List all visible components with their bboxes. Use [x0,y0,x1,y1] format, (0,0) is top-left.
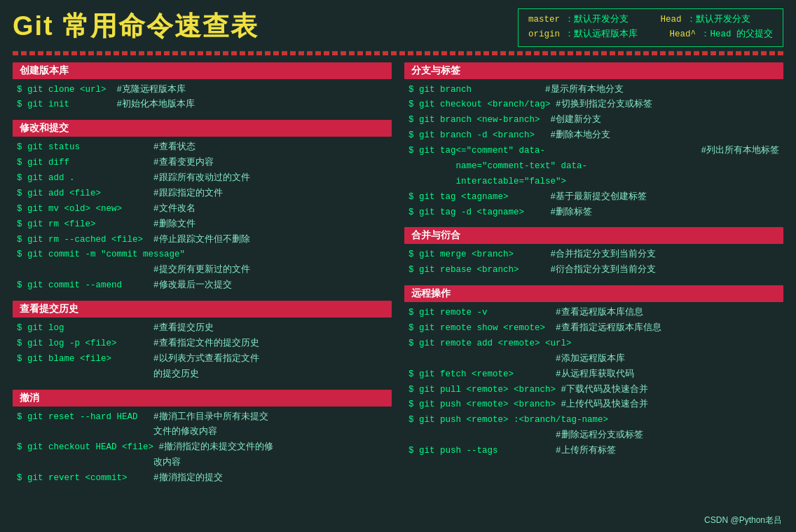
cmd-text: $ git fetch <remote> [409,367,514,383]
section-remote-body: $ git remote -v #查看远程版本库信息 $ git remote … [404,306,783,459]
cmd-line: $ git commit -m "commit message" [17,247,387,263]
comment-text: #合并指定分支到当前分支 [514,247,656,263]
comment-text: #撤消指定的提交 [128,471,223,486]
left-column: 创建版本库 $ git clone <url> #克隆远程版本库 $ git i… [13,62,392,486]
cmd-text: $ git commit --amend [17,278,122,294]
section-undo: 撤消 $ git reset --hard HEAD #撤消工作目录中所有未提交… [13,390,392,486]
cmd-line: $ git commit --amend #修改最后一次提交 [17,278,387,294]
section-log: 查看提交历史 $ git log #查看提交历史 $ git log -p <f… [13,301,392,383]
cmd-text: $ git remote -v [409,306,488,321]
comment-text: #显示所有本地分支 [472,83,624,98]
cmd-line: #删除远程分支或标签 [409,428,779,444]
cmd-line: $ git checkout <branch/tag> #切换到指定分支或标签 [409,97,779,113]
cmd-line: $ git remote -v #查看远程版本库信息 [409,306,779,321]
cmd-text: $ git revert <commit> [17,471,128,486]
page: Git 常用命令速查表 master ：默认开发分支 Head ：默认开发分支 … [0,0,796,532]
comment-text: #添加远程版本库 [409,352,625,367]
cmd-text: $ git branch [409,83,472,98]
comment-text: #切换到指定分支或标签 [551,97,652,113]
cmd-text: $ git merge <branch> [409,247,514,263]
legend-val4: ：Head 的父提交 [701,29,773,39]
cmd-text: $ git blame <file> [17,352,111,367]
comment-text: #提交所有更新过的文件 [17,263,250,278]
section-remote: 远程操作 $ git remote -v #查看远程版本库信息 $ git re… [404,285,783,459]
comment-text: 文件的修改内容 [17,425,217,440]
comment-text: #下载代码及快速合并 [556,383,648,398]
cmd-line: $ git log #查看提交历史 [17,321,387,336]
cmd-text: $ git rm <file> [17,217,96,233]
comment-text: #列出所有本地标签 [606,144,779,190]
comment-text: #查看变更内容 [69,156,214,171]
comment-text: #上传所有标签 [498,444,616,459]
cmd-text: $ git push <remote> <branch> [409,397,556,413]
cmd-line: $ git branch -d <branch> #删除本地分支 [409,128,779,144]
cmd-line: $ git branch <new-branch> #创建新分支 [409,113,779,128]
cmd-text: $ git mv <old> <new> [17,202,122,217]
comment-text: #查看状态 [80,140,195,156]
cmd-line: $ git add . #跟踪所有改动过的文件 [17,171,387,186]
cmd-text: $ git log [17,321,64,336]
cmd-text: $ git branch <new-branch> [409,113,540,128]
cmd-line: #添加远程版本库 [409,352,779,367]
comment-text: #删除标签 [524,205,592,221]
cmd-line: $ git push <remote> <branch> #上传代码及快速合并 [409,397,779,413]
comment-text: #查看提交历史 [64,321,214,336]
cmd-text: $ git tag <tagname> [409,190,509,205]
cmd-line: 的提交历史 [17,367,387,383]
section-branch: 分支与标签 $ git branch #显示所有本地分支 $ git check… [404,62,783,221]
cmd-text: $ git branch -d <branch> [409,128,535,144]
cmd-line: 改内容 [17,456,387,471]
section-create-body: $ git clone <url> #克隆远程版本库 $ git init #初… [13,83,392,114]
cmd-text: $ git clone <url> [17,83,107,98]
section-modify: 修改和提交 $ git status #查看状态 $ git diff #查看变… [13,120,392,294]
section-merge-header: 合并与衍合 [404,227,783,244]
comment-text: #文件改名 [122,202,195,217]
cmd-text: $ git remote show <remote> [409,321,545,336]
section-modify-body: $ git status #查看状态 $ git diff #查看变更内容 $ … [13,140,392,294]
cmd-text: $ git log -p <file> [17,336,117,352]
cmd-line: $ git tag <tagname> #基于最新提交创建标签 [409,190,779,205]
footer-credit: CSDN @Python老吕 [704,514,782,526]
comment-text: #修改最后一次提交 [122,278,232,294]
legend-key2: Head [660,15,681,25]
cmd-line: $ git tag -d <tagname> #删除标签 [409,205,779,221]
legend-line2: origin ：默认远程版本库 Head^ ：Head 的父提交 [528,27,773,42]
cmd-line: $ git checkout HEAD <file> #撤消指定的未提交文件的修 [17,440,387,456]
comment-text: #撤消工作目录中所有未提交 [138,410,268,425]
section-log-body: $ git log #查看提交历史 $ git log -p <file> #查… [13,321,392,383]
comment-text: #以列表方式查看指定文件 [111,352,259,367]
section-merge-body: $ git merge <branch> #合并指定分支到当前分支 $ git … [404,247,783,278]
cmd-text: $ git pull <remote> <branch> [409,383,556,398]
cmd-line: $ git blame <file> #以列表方式查看指定文件 [17,352,387,367]
cmd-text: $ git init [17,97,69,113]
cmd-text: $ git commit -m "commit message" [17,247,185,263]
comment-text: #从远程库获取代码 [514,367,634,383]
comment-text: #跟踪所有改动过的文件 [75,171,250,186]
cmd-text: $ git tag [409,144,456,190]
cmd-text: $ git reset --hard HEAD [17,410,138,425]
comment-text: #查看指定文件的提交历史 [117,336,259,352]
cmd-line: $ git status #查看状态 [17,140,387,156]
legend-val2: ：默认开发分支 [687,15,750,25]
comment-text: #查看远程版本库信息 [488,306,643,321]
comment-text: #基于最新提交创建标签 [509,190,647,205]
cmd-line: $ git mv <old> <new> #文件改名 [17,202,387,217]
cmd-line: $ git push --tags #上传所有标签 [409,444,779,459]
cmd-text: $ git status [17,140,80,156]
cmd-text: $ git rebase <branch> [409,263,519,278]
comment-text: #初始化本地版本库 [69,97,195,113]
comment-text: #撤消指定的未提交文件的修 [153,440,273,456]
section-merge: 合并与衍合 $ git merge <branch> #合并指定分支到当前分支 … [404,227,783,278]
cmd-text: $ git checkout HEAD <file> [17,440,153,456]
cmd-line: $ git push <remote> :<branch/tag-name> [409,413,779,428]
cmd-text: $ git tag -d <tagname> [409,205,524,221]
comment-text: #删除本地分支 [535,128,610,144]
cmd-text: $ git push <remote> :<branch/tag-name> [409,413,608,428]
comment-text: #删除远程分支或标签 [409,428,643,444]
cmd-text: $ git remote add <remote> <url> [409,336,572,352]
cmd-line: $ git merge <branch> #合并指定分支到当前分支 [409,247,779,263]
comment-text: #查看指定远程版本库信息 [545,321,661,336]
right-column: 分支与标签 $ git branch #显示所有本地分支 $ git check… [404,62,783,486]
cmd-text: $ git add . [17,171,75,186]
legend-val3: ：默认远程版本库 [565,29,638,39]
